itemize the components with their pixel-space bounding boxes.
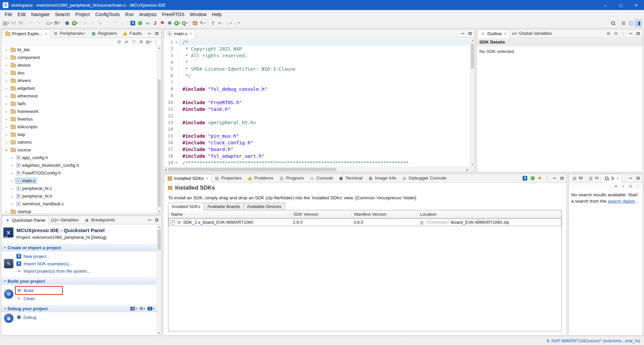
faults-icon[interactable]: [122, 31, 128, 36]
maximize-view-button[interactable]: [467, 30, 473, 37]
configtools-icon[interactable]: [129, 19, 137, 27]
hammer-icon[interactable]: ⚒: [16, 288, 22, 293]
bluex-icon[interactable]: [16, 261, 21, 266]
chevron-right-icon[interactable]: ▸: [4, 71, 9, 75]
code-line-1[interactable]: 1⊖/*: [163, 39, 470, 46]
tree-item-main-c[interactable]: ▸cmain.c: [1, 177, 157, 185]
pin-search-icon[interactable]: ⊙: [627, 183, 634, 190]
tree-item-linkscripts[interactable]: ▸linkscripts: [1, 123, 157, 131]
sdk-manager-icon[interactable]: [137, 19, 144, 27]
menu-window[interactable]: Window: [187, 11, 209, 18]
tree-item-peripheral-ht-c[interactable]: ▸cperipheral_ht.c: [1, 185, 157, 192]
breakpoints-icon[interactable]: ◉: [84, 217, 90, 223]
scrollbar-thumb[interactable]: [471, 44, 474, 69]
tab-outline[interactable]: ≡Outline×: [477, 29, 509, 38]
quickstart-icon[interactable]: ✦: [5, 218, 10, 223]
sdk-table-row[interactable]: ⊞SDK_2.x_board_EVK-MIMXRT10602.9.03.8.0▤…: [168, 218, 561, 226]
view-menu-icon[interactable]: ⋮: [635, 183, 641, 190]
tab-m[interactable]: ▤M: [569, 174, 585, 182]
tree-item-startup[interactable]: ▸startup: [1, 208, 157, 214]
code-line-8[interactable]: 8#include "fsl_debug_console.h": [163, 86, 470, 92]
chevron-right-icon[interactable]: ▸: [4, 110, 9, 113]
minimize-view-button[interactable]: [459, 30, 466, 37]
tab-x-variables[interactable]: (x)= Variables: [48, 216, 82, 224]
save-icon[interactable]: [10, 19, 17, 27]
tree-item-bt-ble[interactable]: ▸bt_ble: [1, 46, 157, 54]
progress-icon[interactable]: ▥: [279, 176, 284, 181]
quickstart-item-import-sdk-example-s[interactable]: Import SDK example(s)...: [16, 260, 157, 267]
chevron-right-icon[interactable]: ▸: [4, 64, 9, 67]
quick-settings-icon[interactable]: Q▾: [181, 19, 189, 27]
tree-item-ethermind[interactable]: ▸ethermind: [1, 92, 157, 100]
redo-icon[interactable]: ↷: [35, 19, 42, 27]
develop-perspective-icon[interactable]: ◨: [635, 19, 642, 27]
forward-icon[interactable]: →▾: [232, 19, 240, 27]
scrollbar-thumb[interactable]: [158, 79, 161, 207]
jlink-probe-icon[interactable]: J▾: [147, 307, 155, 310]
collapse-all-icon[interactable]: ⊟: [612, 30, 619, 37]
quickstart-item-import-project-s-from-file-system[interactable]: ⇒Import project(s) from file system...: [16, 267, 157, 275]
view-menu-icon[interactable]: ▤▾: [145, 39, 152, 45]
project-tree-scrollbar[interactable]: ▲ ▼: [157, 46, 161, 214]
minimize-view-button[interactable]: [627, 30, 634, 37]
close-icon[interactable]: ×: [45, 31, 47, 36]
active-device-link[interactable]: ↯ NXP MIMXRT1062xxxxA* (evkmimx...eral_h…: [546, 338, 644, 343]
menu-edit[interactable]: Edit: [15, 11, 29, 18]
tree-item-doc[interactable]: ▸doc: [1, 69, 157, 77]
quickstart-item-build[interactable]: ⚒Build: [15, 286, 63, 295]
tree-item-edgefast-bluetooth-config-h[interactable]: ▸hedgefast_bluetooth_config.h: [1, 161, 157, 169]
close-icon[interactable]: ×: [190, 31, 192, 36]
heap-icon[interactable]: ▥: [588, 176, 593, 181]
clear-results-icon[interactable]: ×: [620, 183, 627, 190]
chevron-right-icon[interactable]: ▸: [4, 87, 9, 90]
bug-icon[interactable]: [16, 315, 21, 320]
maximize-view-button[interactable]: [635, 30, 641, 37]
tree-item-semihost-hardfault-c[interactable]: ▸csemihost_hardfault.c: [1, 200, 157, 208]
chevron-right-icon[interactable]: ▸: [10, 156, 15, 159]
tree-item-freertos[interactable]: ▸freertos: [1, 115, 157, 123]
global-variables-icon[interactable]: (x)=: [512, 31, 518, 36]
tab-main-c[interactable]: cmain.c×: [164, 29, 195, 38]
tab-global-variables[interactable]: (x)=Global Variables: [509, 29, 555, 38]
code-line-16[interactable]: 16#include "clock_config.h": [163, 139, 470, 146]
bluex-icon[interactable]: [16, 254, 21, 259]
quickstart-item-debug[interactable]: Debug: [16, 314, 157, 321]
configtools-icon[interactable]: [522, 175, 528, 182]
tree-item-fatfs[interactable]: ▸fatfs: [1, 100, 157, 108]
chevron-right-icon[interactable]: ▸: [4, 102, 9, 106]
tab-project-explo[interactable]: Project Explo...×: [2, 29, 50, 38]
editor-hscrollbar[interactable]: ◀ ▶: [163, 167, 470, 172]
tab-debugger-console[interactable]: ◎Debugger Console: [399, 174, 449, 182]
code-line-12[interactable]: 12: [163, 113, 470, 119]
build-icon[interactable]: ⚒▾: [53, 19, 60, 27]
tree-item-lwip[interactable]: ▸lwip: [1, 131, 157, 138]
maximize-view-button[interactable]: [153, 217, 160, 223]
tab-image-info[interactable]: ▦Image Info: [365, 174, 399, 182]
fold-marker-icon[interactable]: ⊖: [174, 39, 179, 46]
sash-grip-icon[interactable]: ⋮: [404, 338, 409, 343]
edit-icon[interactable]: ✎▾: [199, 19, 206, 27]
customize-view-icon[interactable]: ⊞: [138, 39, 145, 45]
package-icon[interactable]: [167, 176, 172, 181]
column-header-name[interactable]: Name: [168, 210, 291, 218]
suspend-icon[interactable]: ‖: [89, 19, 97, 27]
menu-file[interactable]: File: [2, 11, 15, 18]
chevron-right-icon[interactable]: ▸: [4, 133, 9, 136]
resume-icon[interactable]: ▶: [82, 19, 89, 27]
code-line-5[interactable]: 5 * SPDX-License-Identifier: BSD-3-Claus…: [163, 66, 470, 72]
section-header-build-your-project[interactable]: ▾Build your project: [1, 277, 157, 285]
editor-scrollbar[interactable]: ▲ ▼: [470, 38, 475, 167]
close-icon[interactable]: ×: [616, 176, 619, 181]
tab-s[interactable]: S×: [601, 174, 622, 183]
code-line-18[interactable]: 18#include "fsl_adapter_uart.h": [163, 153, 470, 159]
terminal-icon[interactable]: ▣: [338, 176, 344, 181]
quickstart-scrollbar[interactable]: ▲ ▼: [157, 225, 161, 335]
tab-breakpoints[interactable]: ◉Breakpoints: [82, 216, 118, 224]
quickstart-item-new-project[interactable]: New project...: [16, 253, 157, 260]
maximize-button[interactable]: □: [613, 0, 629, 10]
chevron-right-icon[interactable]: ▸: [10, 202, 15, 206]
code-line-2[interactable]: 2 * Copyright 2021 NXP: [163, 46, 470, 52]
last-edit-icon[interactable]: ⇤: [217, 19, 224, 27]
scrollbar-thumb[interactable]: [168, 168, 336, 171]
sdk-checkbox[interactable]: [170, 220, 175, 224]
